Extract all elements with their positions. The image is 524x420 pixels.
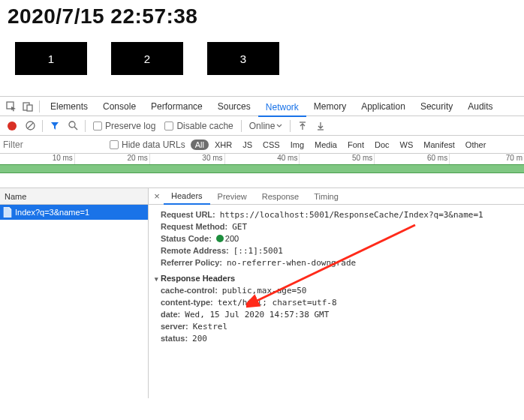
filter-chip-manifest[interactable]: Manifest xyxy=(419,140,459,150)
record-icon[interactable] xyxy=(8,122,17,130)
button-3[interactable]: 3 xyxy=(207,42,279,75)
tab-application[interactable]: Application xyxy=(354,97,413,116)
request-method-value: GET xyxy=(232,222,247,232)
timeline-tick: 40 ms xyxy=(225,154,300,164)
request-name: Index?q=3&name=1 xyxy=(15,208,89,217)
svg-rect-2 xyxy=(27,105,32,111)
detail-tab-headers[interactable]: Headers xyxy=(164,188,210,205)
filter-icon[interactable] xyxy=(49,120,61,132)
timeline-tick: 20 ms xyxy=(75,154,150,164)
tab-console[interactable]: Console xyxy=(95,97,143,116)
tab-memory[interactable]: Memory xyxy=(306,97,354,116)
tab-network[interactable]: Network xyxy=(258,98,306,117)
request-method-key: Request Method: xyxy=(161,222,227,232)
hide-data-urls-label: Hide data URLs xyxy=(122,140,185,150)
status-key: status: xyxy=(161,334,188,344)
cache-control-key: cache-control: xyxy=(161,286,218,296)
upload-har-icon[interactable] xyxy=(297,120,309,132)
filter-chip-img[interactable]: Img xyxy=(286,140,309,150)
tab-security[interactable]: Security xyxy=(413,97,460,116)
timeline-tick: 30 ms xyxy=(150,154,225,164)
inspect-element-icon[interactable] xyxy=(5,100,17,112)
hide-data-urls-checkbox[interactable]: Hide data URLs xyxy=(110,140,185,150)
svg-line-4 xyxy=(28,123,33,128)
timeline-overview[interactable]: 10 ms 20 ms 30 ms 40 ms 50 ms 60 ms 70 m xyxy=(0,154,524,188)
tab-audits[interactable]: Audits xyxy=(460,97,500,116)
page-timestamp: 2020/7/15 22:57:38 xyxy=(8,4,516,28)
filter-chip-doc[interactable]: Doc xyxy=(370,140,394,150)
disable-cache-checkbox[interactable]: Disable cache xyxy=(164,121,233,131)
server-key: server: xyxy=(161,322,188,332)
remote-address-key: Remote Address: xyxy=(161,246,229,256)
date-value: Wed, 15 Jul 2020 14:57:38 GMT xyxy=(185,310,329,320)
timeline-tick: 60 ms xyxy=(375,154,450,164)
filter-chip-ws[interactable]: WS xyxy=(396,140,418,150)
svg-line-6 xyxy=(74,127,77,130)
disable-cache-label: Disable cache xyxy=(176,121,233,131)
status-value: 200 xyxy=(192,334,207,344)
date-key: date: xyxy=(161,310,180,320)
throttling-select[interactable]: Online xyxy=(249,121,283,131)
devtools-tab-bar: Elements Console Performance Sources Net… xyxy=(0,97,524,116)
devtools-panel: Elements Console Performance Sources Net… xyxy=(0,96,524,398)
referrer-policy-key: Referrer Policy: xyxy=(161,258,222,268)
tab-sources[interactable]: Sources xyxy=(210,97,258,116)
detail-tab-response[interactable]: Response xyxy=(254,192,307,201)
filter-chip-css[interactable]: CSS xyxy=(258,140,285,150)
status-code-key: Status Code: xyxy=(161,234,212,244)
filter-input[interactable] xyxy=(0,137,105,152)
svg-point-5 xyxy=(69,122,75,128)
tab-performance[interactable]: Performance xyxy=(143,97,210,116)
button-2[interactable]: 2 xyxy=(111,42,183,75)
chevron-down-icon xyxy=(276,123,282,129)
request-url-key: Request URL: xyxy=(161,210,215,220)
tab-elements[interactable]: Elements xyxy=(43,97,95,116)
timeline-tick: 70 m xyxy=(450,154,524,164)
cache-control-value: public,max-age=50 xyxy=(222,286,307,296)
filter-chip-other[interactable]: Other xyxy=(461,140,491,150)
request-list: Name Index?q=3&name=1 xyxy=(0,188,149,398)
filter-chip-js[interactable]: JS xyxy=(238,140,257,150)
clear-icon[interactable] xyxy=(24,120,36,132)
request-url-value: https://localhost:5001/ResponseCache/Ind… xyxy=(220,210,483,220)
timeline-tick: 10 ms xyxy=(0,154,75,164)
search-icon[interactable] xyxy=(67,120,79,132)
content-type-key: content-type: xyxy=(161,298,213,308)
filter-chip-media[interactable]: Media xyxy=(310,140,342,150)
detail-tab-preview[interactable]: Preview xyxy=(210,192,254,201)
remote-address-value: [::1]:5001 xyxy=(233,246,283,256)
network-toolbar: Preserve log Disable cache Online xyxy=(0,116,524,136)
preserve-log-checkbox[interactable]: Preserve log xyxy=(93,121,155,131)
content-type-value: text/html; charset=utf-8 xyxy=(218,298,337,308)
filter-chip-all[interactable]: All xyxy=(191,140,209,150)
status-dot-icon xyxy=(216,235,224,242)
filter-chip-xhr[interactable]: XHR xyxy=(210,140,236,150)
document-icon xyxy=(3,207,12,218)
filter-chip-font[interactable]: Font xyxy=(343,140,369,150)
close-icon[interactable]: × xyxy=(150,190,164,202)
button-1[interactable]: 1 xyxy=(15,42,87,75)
detail-tab-timing[interactable]: Timing xyxy=(306,192,346,201)
device-toolbar-icon[interactable] xyxy=(22,100,34,112)
request-row[interactable]: Index?q=3&name=1 xyxy=(0,205,148,220)
throttling-label: Online xyxy=(249,121,276,131)
server-value: Kestrel xyxy=(193,322,227,332)
request-detail: × Headers Preview Response Timing Reques… xyxy=(149,188,524,398)
preserve-log-label: Preserve log xyxy=(105,121,155,131)
referrer-policy-value: no-referrer-when-downgrade xyxy=(227,258,356,268)
filter-bar: Hide data URLs All XHR JS CSS Img Media … xyxy=(0,136,524,154)
request-list-header[interactable]: Name xyxy=(0,188,148,205)
response-headers-section[interactable]: Response Headers xyxy=(155,274,518,283)
download-har-icon[interactable] xyxy=(315,120,327,132)
status-code-value: 200 xyxy=(216,234,239,244)
timeline-tick: 50 ms xyxy=(300,154,375,164)
